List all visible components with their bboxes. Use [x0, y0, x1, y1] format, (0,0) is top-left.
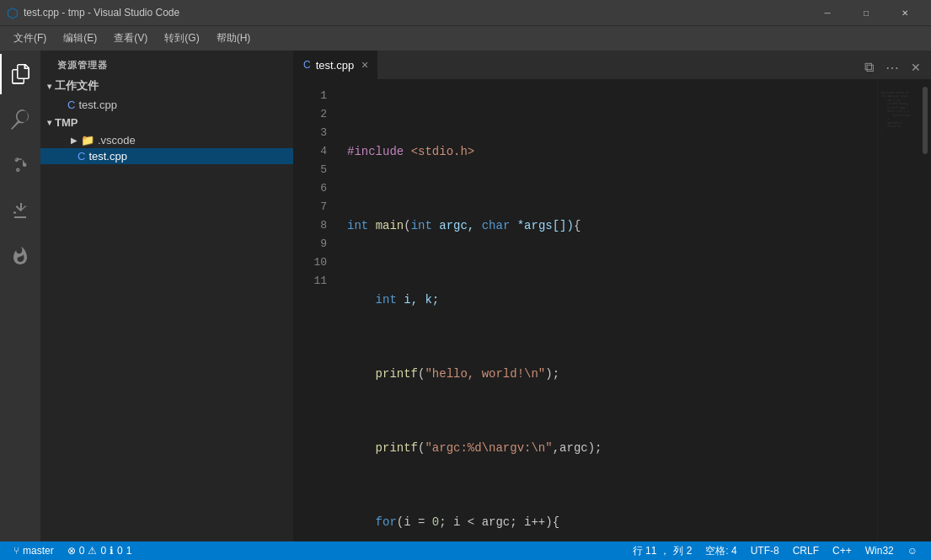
subfolder-label: .vscode	[98, 134, 136, 147]
error-count: 0	[79, 545, 85, 557]
close-tab-icon[interactable]: ×	[358, 58, 372, 72]
tab-test-cpp[interactable]: C test.cpp ×	[293, 51, 377, 79]
sidebar-header: 资源管理器	[40, 51, 293, 75]
tab-actions: ⧉ ⋯ ✕	[857, 56, 931, 79]
tab-label: test.cpp	[316, 59, 355, 72]
file-icon: C	[67, 99, 75, 111]
line-label: 行 11	[633, 544, 657, 558]
feedback-button[interactable]: ☺	[901, 541, 924, 560]
platform-status[interactable]: Win32	[859, 541, 901, 560]
list-item[interactable]: C test.cpp	[40, 97, 293, 113]
chevron-right-icon: ▶	[71, 136, 78, 145]
extensions-activity-btn[interactable]	[0, 236, 40, 276]
menu-goto[interactable]: 转到(G)	[158, 28, 206, 49]
maximize-button[interactable]: □	[847, 0, 886, 25]
debug-activity-btn[interactable]	[0, 190, 40, 231]
list-item[interactable]: C test.cpp	[40, 148, 293, 164]
menubar: 文件(F) 编辑(E) 查看(V) 转到(G) 帮助(H)	[0, 25, 931, 51]
vertical-scrollbar[interactable]	[919, 80, 931, 541]
statusbar: ⑂ master ⊗ 0 ⚠ 0 ℹ 0 1 行 11， 列 2 空格: 4 U…	[0, 541, 931, 560]
split-editor-button[interactable]: ⧉	[857, 56, 880, 79]
info-icon: ℹ	[110, 545, 114, 557]
workfiles-label: 工作文件	[55, 78, 99, 93]
code-line: printf("hello, world!\n");	[347, 365, 877, 383]
minimize-button[interactable]: ─	[808, 0, 847, 25]
close-button[interactable]: ✕	[886, 0, 924, 25]
platform-label: Win32	[865, 545, 894, 557]
app-icon: ⬡	[7, 5, 19, 21]
source-control-activity-btn[interactable]	[0, 145, 40, 185]
language-status[interactable]: C++	[826, 541, 859, 560]
list-item[interactable]: ▶ 📁 .vscode	[40, 132, 293, 148]
line-ending-status[interactable]: CRLF	[786, 541, 826, 560]
tab-file-icon: C	[303, 59, 311, 71]
workfiles-section[interactable]: ▾ 工作文件	[40, 75, 293, 97]
error-icon: ⊗	[67, 545, 76, 557]
main-layout: 资源管理器 ▾ 工作文件 C test.cpp ▾ TMP ▶ 📁 .vscod…	[0, 51, 931, 541]
activitybar	[0, 51, 40, 541]
spaces-status[interactable]: 空格: 4	[698, 541, 743, 560]
code-editor: 1 2 3 4 5 6 7 8 9 10 11 #include <stdio.…	[293, 80, 931, 541]
menu-help[interactable]: 帮助(H)	[210, 28, 258, 49]
info-count: 0	[117, 545, 123, 557]
line-numbers: 1 2 3 4 5 6 7 8 9 10 11	[293, 80, 334, 541]
encoding-label: UTF-8	[751, 545, 779, 557]
feedback-icon: ☺	[907, 545, 918, 557]
more-actions-button[interactable]: ⋯	[880, 56, 904, 79]
tmp-label: TMP	[55, 116, 78, 129]
menu-edit[interactable]: 编辑(E)	[56, 28, 104, 49]
git-branch-label: master	[23, 545, 54, 557]
file-icon: C	[78, 150, 85, 163]
line-ending-label: CRLF	[793, 545, 819, 557]
git-branch-status[interactable]: ⑂ master	[7, 541, 61, 560]
chevron-down-icon: ▾	[47, 118, 51, 127]
menu-view[interactable]: 查看(V)	[107, 28, 154, 49]
spaces-label: 空格: 4	[705, 544, 736, 558]
code-content[interactable]: #include <stdio.h> int main(int argc, ch…	[334, 80, 877, 541]
git-icon: ⑂	[13, 545, 19, 557]
code-line: for(i = 0; i < argc; i++){	[347, 513, 877, 531]
line-col-status[interactable]: 行 11， 列 2	[626, 541, 699, 560]
code-line: int i, k;	[347, 291, 877, 309]
col-label: 列 2	[673, 544, 692, 558]
editor-area: C test.cpp × ⧉ ⋯ ✕ 1 2 3 4 5 6 7 8 9	[293, 51, 931, 541]
search-activity-btn[interactable]	[0, 99, 40, 140]
warning-count: 0	[100, 545, 106, 557]
scrollbar-thumb[interactable]	[923, 87, 928, 154]
errors-status[interactable]: ⊗ 0 ⚠ 0 ℹ 0 1	[61, 541, 139, 560]
close-editor-button[interactable]: ✕	[904, 56, 928, 79]
menu-file[interactable]: 文件(F)	[7, 28, 53, 49]
minimap: #include <stdio.h> int main(int argc, in…	[877, 80, 919, 541]
tmp-section[interactable]: ▾ TMP	[40, 113, 293, 132]
titlebar: ⬡ test.cpp - tmp - Visual Studio Code ─ …	[0, 0, 931, 25]
chevron-down-icon: ▾	[47, 82, 51, 91]
code-line: printf("argc:%d\nargv:\n",argc);	[347, 439, 877, 457]
language-label: C++	[832, 545, 852, 557]
filename-label: test.cpp	[88, 150, 127, 163]
code-line: int main(int argc, char *args[]){	[347, 216, 877, 235]
sidebar: 资源管理器 ▾ 工作文件 C test.cpp ▾ TMP ▶ 📁 .vscod…	[40, 51, 293, 541]
title-text: test.cpp - tmp - Visual Studio Code	[24, 7, 808, 19]
encoding-status[interactable]: UTF-8	[744, 541, 786, 560]
folder-icon: 📁	[81, 134, 94, 147]
code-line: #include <stdio.h>	[347, 142, 877, 161]
filename-label: test.cpp	[78, 99, 117, 111]
explorer-activity-btn[interactable]	[0, 54, 40, 94]
window-controls: ─ □ ✕	[808, 0, 924, 25]
editor-tabs: C test.cpp × ⧉ ⋯ ✕	[293, 51, 931, 80]
warning-icon: ⚠	[88, 545, 97, 557]
message-count: 1	[126, 545, 132, 557]
